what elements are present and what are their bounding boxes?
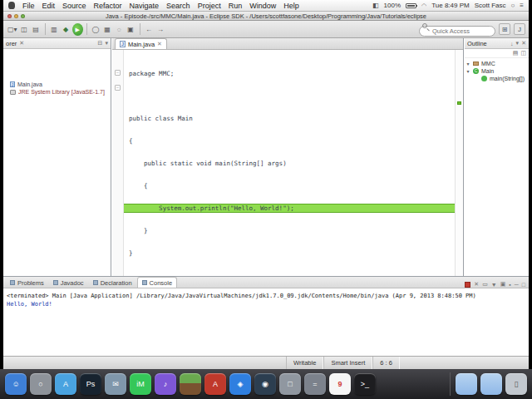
open-perspective-button[interactable]: ⊞ xyxy=(499,23,510,35)
menu-help[interactable]: Help xyxy=(283,2,299,10)
pin-console-icon[interactable]: ▣ xyxy=(500,281,506,288)
menu-window[interactable]: Window xyxy=(249,2,276,10)
collapse-all-icon[interactable]: ⊟ xyxy=(98,40,103,47)
dock-downloads-folder[interactable] xyxy=(456,373,477,395)
terminate-icon[interactable] xyxy=(465,282,470,288)
coverage-button[interactable]: ▣ xyxy=(126,23,136,36)
dock-messages[interactable]: iM xyxy=(130,373,151,395)
filter-static-icon[interactable]: ◫ xyxy=(520,50,526,57)
debug-button[interactable]: ◆ xyxy=(61,23,71,36)
dock-documents-folder[interactable] xyxy=(480,373,502,395)
overview-ruler[interactable] xyxy=(455,50,463,276)
dock-utility[interactable]: □ xyxy=(279,373,301,395)
tab-declaration[interactable]: Declaration xyxy=(89,278,136,288)
dock-finder[interactable]: ☺ xyxy=(5,373,27,395)
menu-file[interactable]: File xyxy=(22,2,35,10)
outline-item-label: main(String[]) xyxy=(490,76,525,81)
dock-calendar[interactable]: 9 xyxy=(329,373,351,395)
wifi-icon[interactable]: ◠ xyxy=(421,2,426,9)
package-explorer-header: orer ✕ ⊟ ▾ xyxy=(3,38,111,49)
mac-dock: ☺ ○ A Ps ✉ iM ♪ A ◈ ◉ □ = 9 >_ ▯ xyxy=(0,369,532,399)
export-button[interactable]: ▥ xyxy=(49,23,60,36)
apple-menu-icon[interactable] xyxy=(8,2,15,9)
print-button[interactable]: ▤ xyxy=(31,23,42,36)
dock-safari[interactable]: ◈ xyxy=(229,373,251,395)
outline-title[interactable]: Outline xyxy=(467,40,487,47)
display-icon[interactable]: ◧ xyxy=(372,2,379,9)
close-icon[interactable]: ✕ xyxy=(521,40,526,47)
outline-item-class[interactable]: ▾ C Main xyxy=(466,67,528,75)
right-black-bar xyxy=(529,0,532,369)
dock-minecraft[interactable] xyxy=(180,373,201,395)
dock-steam[interactable]: ◉ xyxy=(254,373,276,395)
display-console-icon[interactable]: ▪ xyxy=(509,282,510,288)
remove-launch-icon[interactable]: ✕ xyxy=(474,281,479,288)
menu-edit[interactable]: Edit xyxy=(42,2,56,10)
quick-access-input[interactable] xyxy=(419,26,495,37)
new-class-button[interactable]: ◯ xyxy=(91,23,101,36)
tab-console[interactable]: Console xyxy=(137,277,178,288)
zoom-window-button[interactable] xyxy=(21,14,25,18)
menu-run[interactable]: Run xyxy=(229,2,243,10)
fold-marker-icon[interactable]: − xyxy=(115,85,121,91)
dock-red-app[interactable]: A xyxy=(204,373,226,395)
window-titlebar[interactable]: Java - Episode-/src/MMC/Main.java - Ecli… xyxy=(3,12,529,21)
menu-navigate[interactable]: Navigate xyxy=(130,2,160,10)
new-button[interactable]: ▢▾ xyxy=(7,23,18,36)
console-output-area[interactable]: <terminated> Main [Java Application] /Li… xyxy=(3,288,529,312)
filter-fields-icon[interactable]: ▤ xyxy=(513,50,519,57)
editor-tab-label: Main.java xyxy=(128,41,155,48)
tab-javadoc[interactable]: Javadoc xyxy=(49,278,88,288)
package-explorer-tab-label[interactable]: orer xyxy=(6,40,17,47)
menu-source[interactable]: Source xyxy=(62,2,86,10)
forward-button[interactable]: → xyxy=(155,23,166,36)
outline-item-label: MMC xyxy=(481,61,495,66)
menu-project[interactable]: Project xyxy=(198,2,221,10)
dock-mail[interactable]: ✉ xyxy=(105,373,126,395)
menu-refactor[interactable]: Refactor xyxy=(94,2,122,10)
back-button[interactable]: ← xyxy=(144,23,155,36)
notification-center-icon[interactable]: ≡ xyxy=(520,2,524,9)
outline-item-package[interactable]: ▾ MMC xyxy=(466,60,528,67)
outline-header: Outline ↓ ▾ ✕ xyxy=(465,38,529,49)
minimize-view-icon[interactable]: ─ xyxy=(515,282,519,288)
dock-app-store[interactable]: A xyxy=(55,373,76,395)
menubar-username[interactable]: Scott Fasc xyxy=(475,2,506,9)
tree-item-jre-library[interactable]: JRE System Library [JavaSE-1.7] xyxy=(3,88,111,96)
tree-item-main-java[interactable]: J Main.java xyxy=(3,81,111,88)
code-area[interactable]: package MMC; public class Main { public … xyxy=(124,50,455,276)
dock-launchpad[interactable]: ○ xyxy=(30,373,52,395)
sort-icon[interactable]: ↓ xyxy=(510,41,514,47)
dock-trash[interactable]: ▯ xyxy=(505,373,527,395)
view-menu-icon[interactable]: ▾ xyxy=(105,40,108,47)
editor-tab-main-java[interactable]: J Main.java ✕ xyxy=(115,38,167,49)
search-button[interactable]: ◌ xyxy=(114,23,125,36)
tab-problems[interactable]: Problems xyxy=(6,278,48,288)
close-window-button[interactable] xyxy=(7,14,12,18)
twisty-icon[interactable]: ▾ xyxy=(466,61,470,66)
new-package-button[interactable]: ▦ xyxy=(102,23,113,36)
java-perspective-button[interactable]: J xyxy=(514,23,525,35)
scroll-lock-icon[interactable]: ▼ xyxy=(491,282,497,288)
dock-terminal[interactable]: >_ xyxy=(354,373,376,395)
dock-calculator[interactable]: = xyxy=(304,373,326,395)
dock-photoshop[interactable]: Ps xyxy=(80,373,101,395)
clear-console-icon[interactable]: ▭ xyxy=(482,281,488,288)
outline-item-method[interactable]: main(String[]) xyxy=(466,75,528,82)
menu-search[interactable]: Search xyxy=(166,2,190,10)
dock-itunes[interactable]: ♪ xyxy=(155,373,176,395)
spotlight-icon[interactable]: ○ xyxy=(510,2,515,9)
minimize-window-button[interactable] xyxy=(14,14,18,18)
twisty-icon[interactable]: ▾ xyxy=(466,68,470,74)
close-icon[interactable]: ✕ xyxy=(19,40,24,47)
run-button[interactable]: ▶ xyxy=(72,23,83,36)
close-icon[interactable]: ✕ xyxy=(157,41,162,47)
outline-panel: Outline ↓ ▾ ✕ ▤ ◫ ▾ MMC xyxy=(465,38,529,276)
maximize-view-icon[interactable]: □ xyxy=(522,282,525,288)
menubar-clock[interactable]: Tue 8:49 PM xyxy=(431,2,470,9)
statusbar-insert-mode: Smart Insert xyxy=(323,357,372,369)
battery-icon[interactable] xyxy=(406,3,416,8)
save-button[interactable]: ◫ xyxy=(19,23,30,36)
view-menu-icon[interactable]: ▾ xyxy=(516,40,520,47)
fold-marker-icon[interactable]: − xyxy=(115,70,121,76)
